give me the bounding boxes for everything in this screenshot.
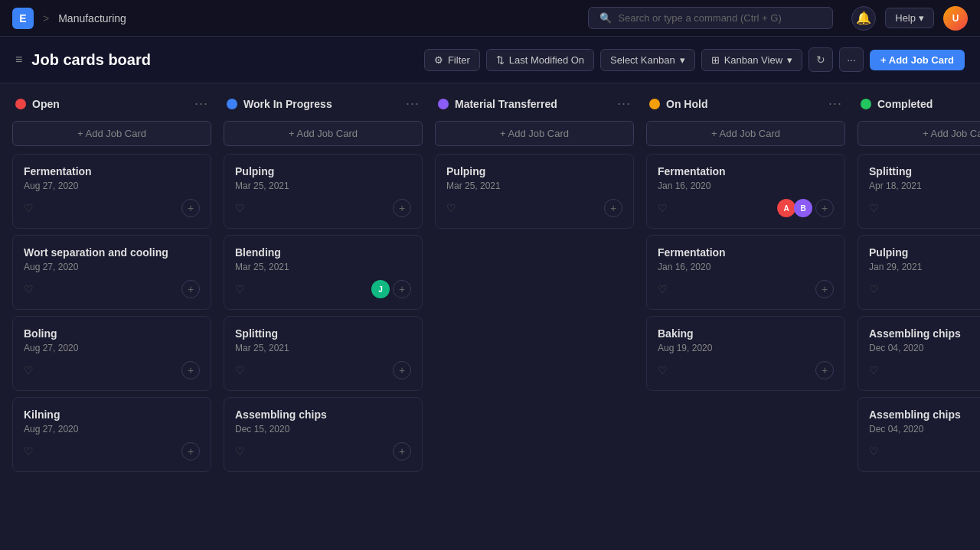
table-row[interactable]: Assembling chipsDec 04, 2020♡+ bbox=[858, 316, 980, 391]
like-icon[interactable]: ♡ bbox=[235, 364, 245, 376]
kanban-view-button[interactable]: ⊞ Kanban View ▾ bbox=[701, 49, 802, 71]
card-add-button[interactable]: + bbox=[393, 361, 411, 379]
table-row[interactable]: Assembling chipsDec 15, 2020♡+ bbox=[224, 397, 423, 472]
card-add-button[interactable]: + bbox=[393, 280, 411, 298]
like-icon[interactable]: ♡ bbox=[869, 445, 879, 457]
like-icon[interactable]: ♡ bbox=[24, 445, 34, 457]
like-icon[interactable]: ♡ bbox=[446, 202, 456, 214]
card-date: Aug 27, 2020 bbox=[24, 424, 200, 434]
card-footer: ♡+ bbox=[235, 442, 411, 461]
card-avatars: + bbox=[181, 199, 200, 217]
card-add-button[interactable]: + bbox=[181, 280, 200, 298]
user-avatar[interactable]: U bbox=[943, 6, 968, 31]
card-date: Dec 04, 2020 bbox=[869, 424, 980, 434]
table-row[interactable]: FermentationAug 27, 2020♡+ bbox=[12, 154, 211, 229]
help-chevron-icon: ▾ bbox=[919, 12, 924, 24]
table-row[interactable]: PulpingMar 25, 2021♡+ bbox=[224, 154, 423, 229]
like-icon[interactable]: ♡ bbox=[658, 364, 668, 376]
help-button[interactable]: Help ▾ bbox=[885, 8, 934, 28]
like-icon[interactable]: ♡ bbox=[658, 202, 668, 214]
table-row[interactable]: BolingAug 27, 2020♡+ bbox=[12, 316, 211, 391]
like-icon[interactable]: ♡ bbox=[658, 283, 668, 295]
card-date: Mar 25, 2021 bbox=[235, 262, 411, 272]
card-add-button[interactable]: + bbox=[604, 199, 622, 217]
card-add-button[interactable]: + bbox=[815, 361, 834, 379]
card-date: Jan 29, 2021 bbox=[869, 262, 980, 272]
card-title: Blending bbox=[235, 246, 411, 259]
card-footer: ♡+ bbox=[446, 199, 622, 217]
filter-button[interactable]: ⚙ Filter bbox=[424, 49, 480, 71]
add-job-card-btn-on-hold[interactable]: + Add Job Card bbox=[646, 121, 845, 146]
table-row[interactable]: PulpingJan 29, 2021♡+ bbox=[858, 235, 980, 310]
card-add-button[interactable]: + bbox=[181, 361, 200, 379]
card-date: Aug 27, 2020 bbox=[24, 262, 200, 272]
add-job-card-btn-wip[interactable]: + Add Job Card bbox=[224, 121, 423, 146]
table-row[interactable]: BakingAug 19, 2020♡+ bbox=[646, 316, 845, 391]
column-title: On Hold bbox=[666, 98, 822, 110]
card-add-button[interactable]: + bbox=[815, 280, 834, 298]
kanban-select-chevron-icon: ▾ bbox=[680, 54, 685, 66]
card-date: Jan 16, 2020 bbox=[658, 262, 834, 272]
column-title: Completed bbox=[877, 98, 980, 110]
card-add-button[interactable]: + bbox=[181, 442, 200, 461]
like-icon[interactable]: ♡ bbox=[235, 283, 245, 295]
column-more-button[interactable]: ··· bbox=[406, 96, 420, 112]
card-avatars: + bbox=[393, 199, 411, 217]
like-icon[interactable]: ♡ bbox=[24, 364, 34, 376]
card-title: Fermentation bbox=[658, 246, 834, 259]
card-add-button[interactable]: + bbox=[815, 199, 834, 217]
card-footer: ♡+ bbox=[869, 442, 980, 461]
column-header-material-transferred: Material Transferred··· bbox=[435, 96, 634, 112]
column-more-button[interactable]: ··· bbox=[194, 96, 208, 112]
menu-icon[interactable]: ≡ bbox=[15, 53, 22, 67]
add-job-card-btn-open[interactable]: + Add Job Card bbox=[12, 121, 211, 146]
like-icon[interactable]: ♡ bbox=[869, 283, 879, 295]
column-header-wip: Work In Progress··· bbox=[224, 96, 423, 112]
column-more-button[interactable]: ··· bbox=[617, 96, 631, 112]
card-avatars: + bbox=[181, 442, 200, 461]
like-icon[interactable]: ♡ bbox=[235, 202, 245, 214]
breadcrumb-manufacturing[interactable]: Manufacturing bbox=[58, 12, 126, 24]
table-row[interactable]: FermentationJan 16, 2020♡AB+ bbox=[646, 154, 845, 229]
more-options-button[interactable]: ··· bbox=[839, 47, 864, 72]
add-job-card-btn-completed[interactable]: + Add Job Card bbox=[858, 121, 980, 146]
card-date: Mar 25, 2021 bbox=[235, 181, 411, 191]
like-icon[interactable]: ♡ bbox=[24, 202, 34, 214]
search-bar[interactable]: 🔍 Search or type a command (Ctrl + G) bbox=[588, 7, 833, 29]
table-row[interactable]: Assembling chipsDec 04, 2020♡+ bbox=[858, 397, 980, 472]
table-row[interactable]: FermentationJan 16, 2020♡+ bbox=[646, 235, 845, 310]
refresh-button[interactable]: ↻ bbox=[808, 47, 833, 72]
like-icon[interactable]: ♡ bbox=[869, 364, 879, 376]
table-row[interactable]: SplittingApr 18, 2021♡+ bbox=[858, 154, 980, 229]
notifications-bell[interactable]: 🔔 bbox=[851, 6, 876, 31]
card-date: Mar 25, 2021 bbox=[235, 343, 411, 353]
column-on-hold: On Hold···+ Add Job CardFermentationJan … bbox=[646, 96, 845, 545]
sort-button[interactable]: ⇅ Last Modified On bbox=[486, 49, 594, 71]
add-job-card-button[interactable]: + Add Job Card bbox=[870, 50, 965, 70]
table-row[interactable]: BlendingMar 25, 2021♡J+ bbox=[224, 235, 423, 310]
card-footer: ♡+ bbox=[235, 361, 411, 379]
card-avatars: + bbox=[393, 442, 411, 461]
like-icon[interactable]: ♡ bbox=[24, 283, 34, 295]
card-add-button[interactable]: + bbox=[393, 199, 411, 217]
nav-right-area: 🔔 Help ▾ U bbox=[851, 6, 968, 31]
like-icon[interactable]: ♡ bbox=[235, 445, 245, 457]
like-icon[interactable]: ♡ bbox=[869, 202, 879, 214]
card-add-button[interactable]: + bbox=[181, 199, 200, 217]
card-title: Assembling chips bbox=[235, 408, 411, 421]
kanban-view-label: Kanban View bbox=[724, 54, 782, 66]
column-title: Material Transferred bbox=[455, 98, 611, 110]
table-row[interactable]: KilningAug 27, 2020♡+ bbox=[12, 397, 211, 472]
card-add-button[interactable]: + bbox=[393, 442, 411, 461]
filter-icon: ⚙ bbox=[434, 54, 443, 66]
select-kanban-button[interactable]: Select Kanban ▾ bbox=[600, 49, 695, 71]
column-more-button[interactable]: ··· bbox=[828, 96, 842, 112]
app-logo[interactable]: E bbox=[12, 8, 34, 29]
add-job-card-btn-material-transferred[interactable]: + Add Job Card bbox=[435, 121, 634, 146]
table-row[interactable]: PulpingMar 25, 2021♡+ bbox=[435, 154, 634, 229]
card-footer: ♡+ bbox=[24, 280, 200, 298]
card-date: Aug 19, 2020 bbox=[658, 343, 834, 353]
table-row[interactable]: SplittingMar 25, 2021♡+ bbox=[224, 316, 423, 391]
table-row[interactable]: Wort separation and coolingAug 27, 2020♡… bbox=[12, 235, 211, 310]
card-avatars: AB+ bbox=[777, 199, 834, 217]
